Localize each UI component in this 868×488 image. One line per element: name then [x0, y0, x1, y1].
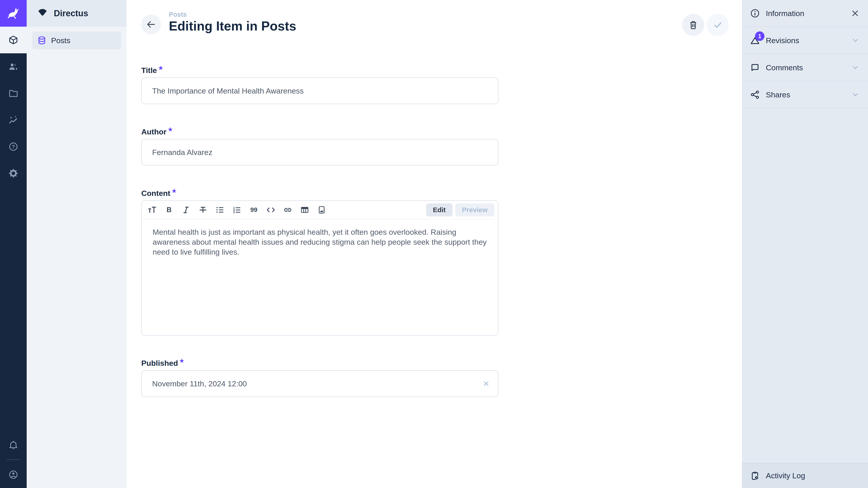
sidebar-section-label: Comments	[766, 63, 803, 72]
insights-icon	[8, 115, 18, 125]
published-label-text: Published	[141, 359, 178, 367]
breadcrumb[interactable]: Posts	[169, 11, 187, 18]
published-input[interactable]	[141, 370, 498, 397]
arrow-left-icon	[146, 19, 156, 30]
required-star: ★	[158, 65, 163, 71]
field-title: Title★	[141, 65, 498, 104]
revisions-icon: 1	[750, 35, 760, 45]
svg-text:99: 99	[250, 206, 257, 213]
field-content: Content★ B	[141, 188, 498, 335]
table-button[interactable]	[300, 205, 310, 215]
italic-button[interactable]	[181, 205, 191, 215]
editor-toolbar: B	[142, 201, 498, 219]
activity-log-button[interactable]: Activity Log	[742, 463, 868, 488]
image-button[interactable]	[317, 205, 327, 215]
module-bar-divider	[6, 459, 20, 460]
sidebar-section-label: Shares	[766, 90, 790, 99]
activity-log-label: Activity Log	[766, 471, 805, 480]
title-input[interactable]	[141, 77, 498, 104]
save-button[interactable]	[707, 14, 729, 36]
tab-edit[interactable]: Edit	[426, 203, 453, 217]
markdown-editor: B	[141, 200, 498, 335]
bold-button[interactable]: B	[164, 205, 174, 215]
module-help[interactable]: ?	[0, 133, 27, 160]
item-form: Title★ Author★ Content★	[141, 65, 498, 419]
required-star: ★	[168, 126, 173, 132]
page-header: Posts Editing Item in Posts	[127, 0, 742, 45]
rabbit-logo-icon	[6, 6, 21, 21]
tab-preview[interactable]: Preview	[455, 203, 494, 217]
module-content[interactable]	[0, 27, 27, 53]
directus-logo[interactable]	[0, 0, 27, 27]
sidebar-section-comments[interactable]: Comments	[742, 54, 868, 81]
database-icon	[37, 36, 46, 45]
code-button[interactable]	[266, 205, 276, 215]
content-label-text: Content	[141, 189, 170, 197]
content-textarea[interactable]: Mental health is just as important as ph…	[142, 219, 498, 265]
info-icon	[750, 8, 760, 18]
share-icon	[750, 90, 760, 100]
svg-text:3: 3	[233, 210, 235, 214]
directus-app: ?	[0, 0, 868, 488]
module-users[interactable]	[0, 53, 27, 80]
field-label: Published★	[141, 358, 498, 367]
sidebar-section-label: Revisions	[766, 36, 799, 45]
check-icon	[712, 20, 723, 30]
comment-icon	[750, 63, 760, 72]
close-sidebar-icon[interactable]	[850, 8, 860, 19]
project-fan-icon	[37, 8, 48, 19]
people-icon	[8, 62, 18, 72]
author-input[interactable]	[141, 139, 498, 166]
main-content: Posts Editing Item in Posts	[127, 0, 742, 488]
module-settings[interactable]	[0, 160, 27, 187]
field-label: Content★	[141, 188, 498, 197]
sidebar-section-revisions[interactable]: 1 Revisions	[742, 27, 868, 54]
notifications-button[interactable]	[0, 431, 27, 458]
required-star: ★	[172, 188, 177, 194]
header-actions	[682, 14, 729, 36]
bullet-list-button[interactable]	[215, 205, 225, 215]
delete-button[interactable]	[682, 14, 704, 36]
svg-text:B: B	[166, 206, 172, 214]
box-icon	[8, 35, 18, 45]
folder-icon	[8, 88, 18, 98]
strikethrough-button[interactable]	[198, 205, 208, 215]
nav-item-label: Posts	[51, 36, 70, 45]
project-header[interactable]: Directus	[27, 0, 127, 27]
revisions-count-badge: 1	[755, 31, 765, 41]
sidebar-section-shares[interactable]: Shares	[742, 81, 868, 108]
field-label: Author★	[141, 126, 498, 135]
title-label-text: Title	[141, 66, 157, 74]
chevron-down-icon[interactable]	[850, 90, 860, 100]
clear-date-icon[interactable]	[482, 379, 491, 388]
navigation-sidebar: Directus Posts	[27, 0, 127, 488]
link-button[interactable]	[283, 205, 293, 215]
back-button[interactable]	[141, 14, 161, 34]
sidebar-section-information[interactable]: Information	[742, 0, 868, 27]
account-button[interactable]	[0, 461, 27, 488]
required-star: ★	[179, 358, 184, 364]
sidebar-section-label: Information	[766, 9, 804, 18]
page-title: Editing Item in Posts	[169, 19, 296, 33]
module-insights[interactable]	[0, 107, 27, 133]
module-bar: ?	[0, 0, 27, 488]
blockquote-button[interactable]: 99	[249, 205, 259, 215]
editor-tabs: Edit Preview	[426, 203, 494, 217]
help-icon: ?	[8, 142, 18, 152]
info-sidebar: Information 1 Revisions	[742, 0, 868, 488]
format-size-button[interactable]	[147, 205, 157, 215]
gear-icon	[8, 168, 18, 178]
field-published: Published★	[141, 358, 498, 397]
numbered-list-button[interactable]: 1 2 3	[232, 205, 242, 215]
field-label: Title★	[141, 65, 498, 74]
project-name: Directus	[54, 8, 88, 18]
bell-icon	[8, 440, 18, 450]
module-bar-spacer	[0, 187, 27, 431]
module-files[interactable]	[0, 80, 27, 107]
svg-text:?: ?	[12, 144, 15, 150]
author-label-text: Author	[141, 127, 166, 136]
sidebar-item-posts[interactable]: Posts	[32, 32, 121, 49]
account-circle-icon	[8, 470, 18, 480]
chevron-down-icon[interactable]	[850, 63, 860, 72]
chevron-down-icon[interactable]	[850, 35, 860, 45]
